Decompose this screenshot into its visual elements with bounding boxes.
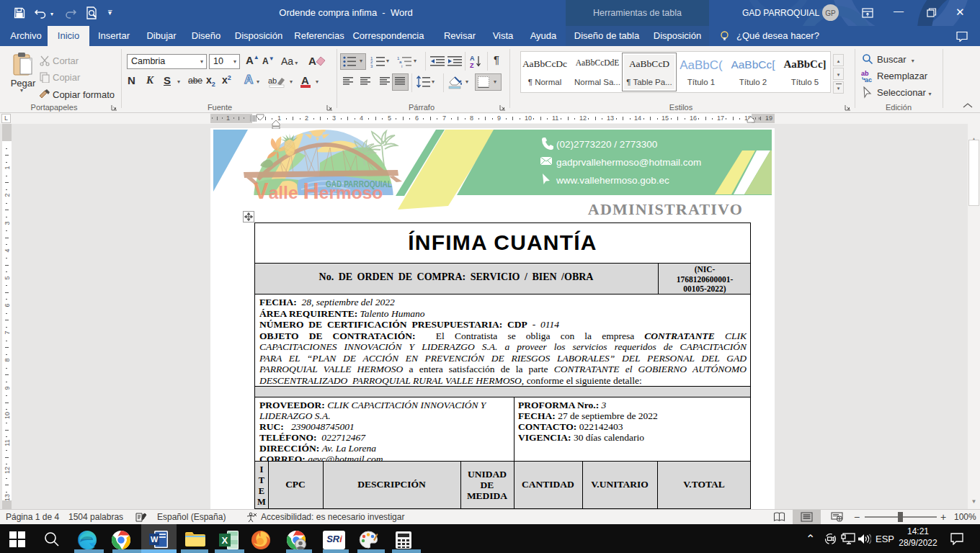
svg-text:A: A	[470, 55, 475, 62]
svg-text:(02)2773220 / 2773300: (02)2773220 / 2773300	[556, 139, 657, 150]
svg-text:3: 3	[370, 64, 373, 68]
svg-text:W: W	[151, 535, 159, 544]
svg-text:ac: ac	[865, 76, 872, 83]
svg-text:X: X	[222, 535, 228, 546]
svg-text:ADMINISTRATIVO: ADMINISTRATIVO	[588, 200, 743, 218]
svg-text:www.vallehermoso.gob.ec: www.vallehermoso.gob.ec	[556, 175, 669, 186]
svg-text:Z: Z	[470, 62, 474, 68]
svg-text:Valle Hermoso: Valle Hermoso	[254, 179, 383, 204]
svg-text:gadprvallehermoso@hotmail.com: gadprvallehermoso@hotmail.com	[556, 157, 701, 168]
svg-text:ab: ab	[268, 76, 277, 85]
svg-text:i: i	[401, 64, 402, 68]
